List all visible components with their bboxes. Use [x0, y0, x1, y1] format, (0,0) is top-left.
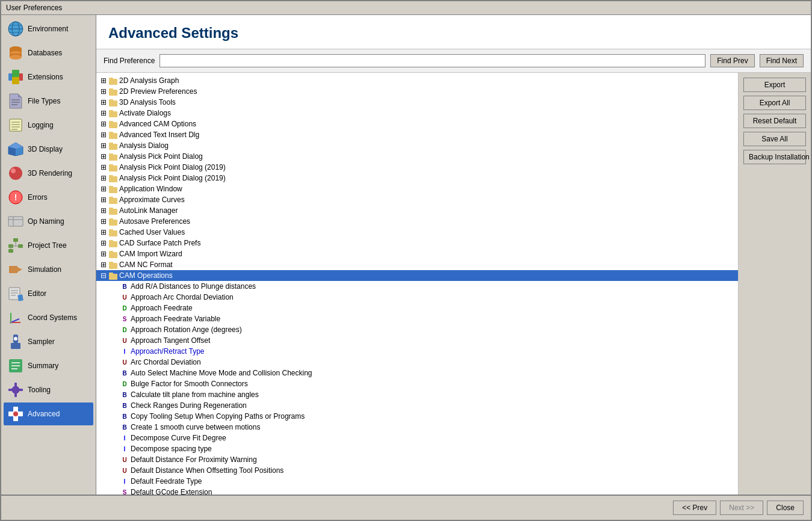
tree-child-label: Copy Tooling Setup When Copying Paths or…	[131, 412, 305, 421]
tree-child-approach-retract[interactable]: I Approach/Retract Type	[96, 346, 738, 357]
svg-rect-88	[109, 186, 113, 188]
tree-item-2d-preview[interactable]: ⊞ 2D Preview Preferences	[96, 86, 738, 97]
tree-child-label: Calculate tilt plane from machine angles	[131, 390, 259, 399]
tree-item-autosave[interactable]: ⊞ Autosave Preferences	[96, 216, 738, 227]
tree-child-create-smooth[interactable]: B Create 1 smooth curve between motions	[96, 422, 738, 433]
svg-rect-84	[109, 164, 113, 167]
tree-child-approach-arc[interactable]: U Approach Arc Chordal Deviation	[96, 292, 738, 303]
tree-child-label: Default Distance For Proximity Warning	[131, 455, 257, 464]
svg-rect-80	[109, 143, 113, 145]
tree-item-label: Autosave Preferences	[119, 217, 190, 226]
svg-rect-98	[109, 240, 113, 242]
tree-item-app-window[interactable]: ⊞ Application Window	[96, 183, 738, 194]
tree-child-default-dist-offset[interactable]: U Default Distance When Offsetting Tool …	[96, 465, 738, 476]
tree-item-autolink[interactable]: ⊞ AutoLink Manager	[96, 205, 738, 216]
tree-item-2d-analysis[interactable]: ⊞ 2D Analysis Graph	[96, 75, 738, 86]
tree-child-label: Approach/Retract Type	[131, 347, 205, 356]
tree-item-activate-dialogs[interactable]: ⊞ Activate Dialogs	[96, 108, 738, 119]
expander-icon: ⊞	[99, 76, 108, 85]
tree-item-analysis-pick3[interactable]: ⊞ Analysis Pick Point Dialog (2019)	[96, 173, 738, 183]
sidebar-item-advanced[interactable]: Advanced	[4, 402, 93, 425]
svg-rect-94	[109, 218, 113, 221]
backup-installation-button[interactable]: Backup Installation	[743, 150, 806, 164]
tree-item-cad-surface[interactable]: ⊞ CAD Surface Patch Prefs	[96, 238, 738, 248]
svg-rect-31	[8, 217, 23, 226]
sidebar-item-op-naming[interactable]: Op Naming	[4, 210, 93, 233]
tree-item-cam-import[interactable]: ⊞ CAM Import Wizard	[96, 248, 738, 259]
sidebar-label-file-types: File Types	[28, 97, 60, 105]
tree-item-label: Application Window	[119, 185, 182, 193]
sidebar-item-3d-display[interactable]: 3D Display	[4, 138, 93, 161]
tree-child-approach-feedrate-var[interactable]: S Approach Feedrate Variable	[96, 313, 738, 324]
tree-child-approach-tangent[interactable]: U Approach Tangent Offset	[96, 335, 738, 346]
tree-child-auto-select[interactable]: B Auto Select Machine Move Mode and Coll…	[96, 368, 738, 378]
tree-child-default-gcode[interactable]: S Default GCode Extension	[96, 487, 738, 495]
find-input[interactable]	[160, 54, 705, 67]
sidebar-item-logging[interactable]: Logging	[4, 114, 93, 137]
tree-child-approach-rotation[interactable]: D Approach Rotation Ange (degrees)	[96, 324, 738, 335]
sidebar-item-editor[interactable]: Editor	[4, 282, 93, 305]
sidebar-label-3d-display: 3D Display	[28, 145, 63, 153]
reset-default-button[interactable]: Reset Default	[743, 114, 806, 128]
coord-icon	[7, 309, 24, 326]
tree-child-default-feedrate[interactable]: I Default Feedrate Type	[96, 476, 738, 487]
tree-item-3d-tools[interactable]: ⊞ 3D Analysis Tools	[96, 97, 738, 108]
tree-item-cam-operations[interactable]: ⊟ CAM Operations	[96, 270, 738, 281]
tree-item-approx-curves[interactable]: ⊞ Approximate Curves	[96, 194, 738, 205]
close-button[interactable]: Close	[767, 501, 804, 515]
next-button[interactable]: Next >>	[720, 501, 763, 515]
tree-item-label: Analysis Pick Point Dialog (2019)	[119, 174, 226, 182]
export-all-button[interactable]: Export All	[743, 96, 806, 110]
tree-item-advanced-text[interactable]: ⊞ Advanced Text Insert Dlg	[96, 129, 738, 140]
tree-child-add-ra[interactable]: B Add R/A Distances to Plunge distances	[96, 281, 738, 292]
tree-child-default-dist-proximity[interactable]: U Default Distance For Proximity Warning	[96, 454, 738, 465]
save-all-button[interactable]: Save All	[743, 132, 806, 146]
tree-child-label: Approach Feedrate Variable	[131, 315, 220, 323]
sidebar-item-errors[interactable]: ! Errors	[4, 186, 93, 209]
find-prev-button[interactable]: Find Prev	[710, 54, 754, 67]
tree-child-calc-tilt[interactable]: B Calculate tilt plane from machine angl…	[96, 389, 738, 400]
svg-rect-70	[109, 88, 113, 91]
log-icon	[7, 117, 24, 134]
sidebar-item-databases[interactable]: Databases	[4, 42, 93, 64]
tree-child-decompose-spacing[interactable]: I Decompose spacing type	[96, 443, 738, 454]
tree-item-analysis-pick1[interactable]: ⊞ Analysis Pick Point Dialog	[96, 151, 738, 162]
sidebar-item-summary[interactable]: Summary	[4, 354, 93, 377]
action-panel: Export Export All Reset Default Save All…	[739, 73, 811, 495]
tree-item-advanced-cam[interactable]: ⊞ Advanced CAM Options	[96, 119, 738, 129]
tree-child-decompose-degree[interactable]: I Decompose Curve Fit Degree	[96, 433, 738, 443]
split-area: ⊞ 2D Analysis Graph ⊞ 2D Preview Prefere…	[96, 73, 811, 495]
tree-child-approach-feedrate[interactable]: D Approach Feedrate	[96, 303, 738, 313]
sidebar-label-editor: Editor	[28, 289, 46, 298]
export-button[interactable]: Export	[743, 78, 806, 92]
sidebar-item-environment[interactable]: Environment	[4, 17, 93, 40]
sidebar-item-simulation[interactable]: Simulation	[4, 258, 93, 281]
prev-button[interactable]: << Prev	[673, 501, 716, 515]
sidebar-item-project-tree[interactable]: Project Tree	[4, 234, 93, 257]
tree-item-cam-nc[interactable]: ⊞ CAM NC Format	[96, 259, 738, 270]
sidebar-label-summary: Summary	[28, 362, 58, 370]
find-next-button[interactable]: Find Next	[760, 54, 804, 67]
sidebar-item-extensions[interactable]: Extensions	[4, 66, 93, 88]
tree-child-bulge[interactable]: D Bulge Factor for Smooth Connectors	[96, 378, 738, 389]
globe-icon	[7, 20, 24, 37]
sidebar-item-sampler[interactable]: Sampler	[4, 330, 93, 353]
tree-child-label: Approach Rotation Ange (degrees)	[131, 325, 242, 334]
tree-item-analysis-dialog[interactable]: ⊞ Analysis Dialog	[96, 140, 738, 151]
tree-child-copy-tooling[interactable]: B Copy Tooling Setup When Copying Paths …	[96, 411, 738, 422]
tree-item-analysis-pick2[interactable]: ⊞ Analysis Pick Point Dialog (2019)	[96, 162, 738, 173]
tree-child-check-ranges[interactable]: B Check Ranges During Regeneration	[96, 400, 738, 411]
sidebar-item-tooling[interactable]: Tooling	[4, 378, 93, 401]
tree-item-cached[interactable]: ⊞ Cached User Values	[96, 227, 738, 238]
tree-child-arc-chordal[interactable]: U Arc Chordal Deviation	[96, 357, 738, 368]
tree-item-label: 2D Analysis Graph	[119, 76, 179, 85]
sidebar-item-3d-rendering[interactable]: 3D Rendering	[4, 162, 93, 185]
tree-item-label: Analysis Dialog	[119, 141, 169, 150]
advanced-active-icon	[7, 405, 24, 422]
svg-rect-74	[109, 110, 113, 113]
tree-item-label: CAD Surface Patch Prefs	[119, 239, 200, 247]
tree-child-label: Approach Feedrate	[131, 304, 193, 312]
svg-point-27	[9, 167, 22, 180]
sidebar-item-coord-systems[interactable]: Coord Systems	[4, 306, 93, 329]
sidebar-item-file-types[interactable]: File Types	[4, 90, 93, 113]
